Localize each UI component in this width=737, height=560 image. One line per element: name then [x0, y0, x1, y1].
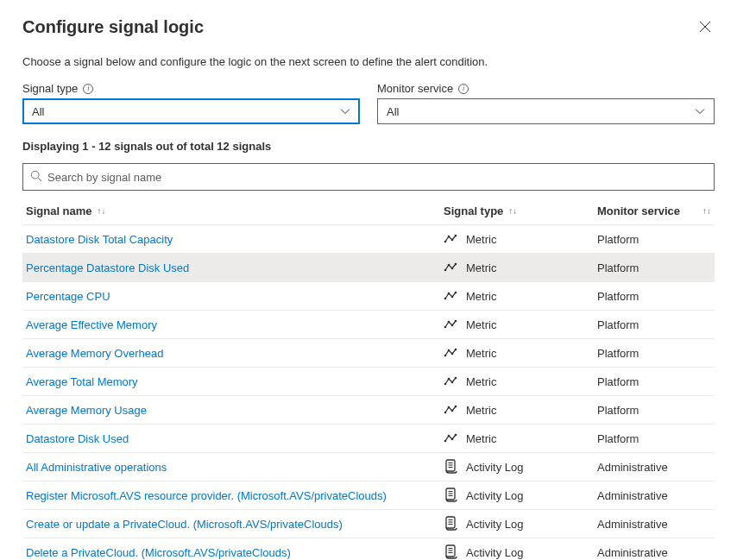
monitor-service-value: Platform	[597, 290, 639, 303]
signal-name-link[interactable]: Delete a PrivateCloud. (Microsoft.AVS/pr…	[26, 546, 291, 559]
signal-name-link[interactable]: Average Memory Overhead	[26, 347, 163, 360]
sort-icon: ↑↓	[702, 206, 711, 216]
signal-name-link[interactable]: Create or update a PrivateCloud. (Micros…	[26, 518, 343, 531]
signal-type-select[interactable]: All	[22, 98, 360, 124]
info-icon[interactable]: i	[458, 84, 469, 94]
table-row[interactable]: Average Memory OverheadMetricPlatform	[22, 339, 715, 368]
table-row[interactable]: Average Total MemoryMetricPlatform	[22, 368, 715, 396]
signal-type-value: Metric	[466, 290, 496, 303]
table-row[interactable]: Percentage CPUMetricPlatform	[22, 282, 715, 311]
subtitle: Choose a signal below and configure the …	[22, 55, 715, 68]
signal-name-link[interactable]: Average Memory Usage	[26, 404, 147, 417]
monitor-service-value: Administrative	[597, 461, 668, 474]
table-row[interactable]: Percentage Datastore Disk UsedMetricPlat…	[22, 254, 715, 282]
metric-icon	[444, 346, 457, 360]
count-label: Displaying 1 - 12 signals out of total 1…	[22, 140, 715, 153]
signal-type-label: Signal type i	[22, 82, 360, 95]
metric-icon	[444, 403, 457, 417]
chevron-down-icon	[695, 107, 705, 116]
signal-name-link[interactable]: Datastore Disk Total Capacity	[26, 233, 173, 246]
signal-name-link[interactable]: Register Microsoft.AVS resource provider…	[26, 489, 387, 502]
chevron-down-icon	[340, 107, 350, 116]
metric-icon	[444, 232, 457, 246]
search-input[interactable]	[47, 171, 707, 184]
monitor-service-value: Platform	[597, 404, 639, 417]
sort-icon: ↑↓	[98, 206, 106, 216]
page-title: Configure signal logic	[22, 17, 204, 37]
monitor-service-value: Administrative	[597, 546, 668, 559]
metric-icon	[444, 261, 457, 274]
activity-log-icon	[444, 488, 457, 502]
monitor-service-select[interactable]: All	[377, 98, 715, 124]
activity-log-icon	[444, 517, 457, 531]
column-header-service[interactable]: Monitor service ↑↓	[597, 204, 711, 217]
metric-icon	[444, 431, 457, 445]
signals-table: Signal name ↑↓ Signal type ↑↓ Monitor se…	[22, 198, 715, 560]
column-header-type[interactable]: Signal type ↑↓	[444, 204, 597, 217]
monitor-service-value: Platform	[597, 261, 639, 274]
monitor-service-value: Platform	[597, 347, 639, 360]
info-icon[interactable]: i	[83, 84, 93, 94]
monitor-service-label: Monitor service i	[377, 82, 715, 95]
signal-type-value: Activity Log	[466, 461, 523, 474]
table-row[interactable]: Create or update a PrivateCloud. (Micros…	[22, 510, 715, 538]
search-icon	[30, 170, 42, 185]
svg-line-1	[38, 178, 41, 181]
signal-name-link[interactable]: Average Total Memory	[26, 375, 138, 388]
monitor-service-value: Platform	[597, 318, 639, 331]
monitor-service-value: Administrative	[597, 518, 668, 531]
signal-type-value: Activity Log	[466, 518, 523, 531]
table-row[interactable]: Register Microsoft.AVS resource provider…	[22, 481, 715, 510]
monitor-service-value: Administrative	[597, 489, 668, 502]
signal-type-value: Metric	[466, 318, 496, 331]
activity-log-icon	[444, 545, 457, 559]
table-row[interactable]: Datastore Disk Total CapacityMetricPlatf…	[22, 225, 715, 254]
monitor-service-value: Platform	[597, 233, 639, 246]
signal-type-value: Metric	[466, 375, 496, 388]
signal-name-link[interactable]: Percentage Datastore Disk Used	[26, 261, 189, 274]
signal-name-link[interactable]: All Administrative operations	[26, 461, 167, 474]
signal-name-link[interactable]: Percentage CPU	[26, 290, 110, 303]
close-icon	[699, 21, 711, 33]
close-button[interactable]	[696, 17, 715, 38]
metric-icon	[444, 318, 457, 331]
metric-icon	[444, 374, 457, 388]
table-header: Signal name ↑↓ Signal type ↑↓ Monitor se…	[22, 198, 715, 225]
table-row[interactable]: All Administrative operationsActivity Lo…	[22, 453, 715, 481]
table-row[interactable]: Datastore Disk UsedMetricPlatform	[22, 425, 715, 453]
table-row[interactable]: Average Effective MemoryMetricPlatform	[22, 311, 715, 339]
monitor-service-value: Platform	[597, 432, 639, 445]
signal-type-value: Activity Log	[466, 546, 523, 559]
monitor-service-value: Platform	[597, 375, 639, 388]
signal-type-value: Metric	[466, 404, 496, 417]
signal-type-value: Metric	[466, 233, 496, 246]
signal-type-value: Metric	[466, 261, 496, 274]
svg-point-0	[31, 171, 39, 179]
metric-icon	[444, 289, 457, 303]
signal-type-value: Metric	[466, 432, 496, 445]
table-row[interactable]: Average Memory UsageMetricPlatform	[22, 396, 715, 425]
signal-name-link[interactable]: Datastore Disk Used	[26, 432, 129, 445]
activity-log-icon	[444, 460, 457, 474]
search-box[interactable]	[22, 163, 715, 191]
signal-name-link[interactable]: Average Effective Memory	[26, 318, 157, 331]
table-row[interactable]: Delete a PrivateCloud. (Microsoft.AVS/pr…	[22, 538, 715, 560]
sort-icon: ↑↓	[508, 206, 517, 216]
signal-type-value: Activity Log	[466, 489, 523, 502]
signal-type-value: Metric	[466, 347, 496, 360]
column-header-name[interactable]: Signal name ↑↓	[26, 204, 444, 217]
